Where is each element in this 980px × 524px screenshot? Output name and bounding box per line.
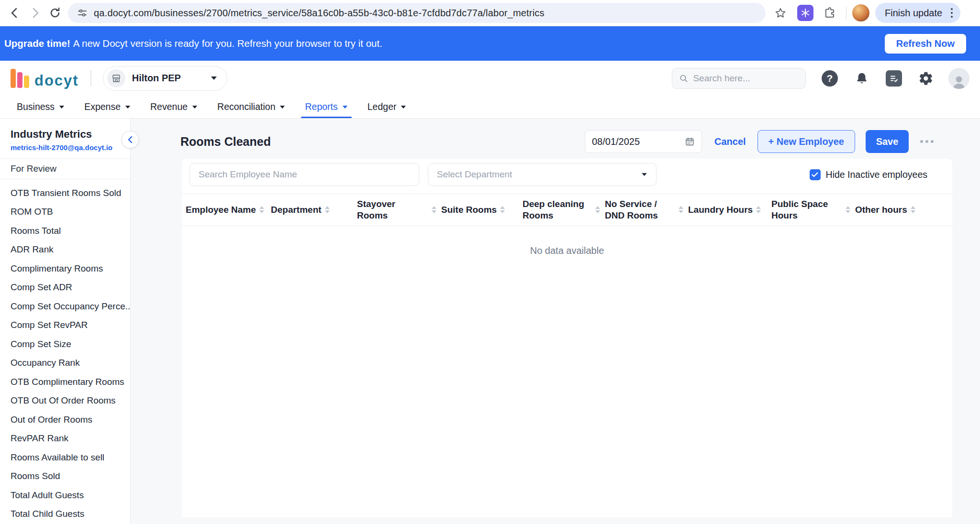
column-header-deep-cleaning-rooms[interactable]: Deep cleaning Rooms (523, 198, 605, 221)
nav-item-reports[interactable]: Reports (304, 96, 348, 118)
date-picker[interactable] (585, 130, 702, 153)
help-button[interactable]: ? (820, 69, 839, 88)
chevron-down-icon (401, 105, 406, 109)
browser-profile-avatar[interactable] (852, 4, 869, 22)
logo-bar-pink (17, 72, 22, 88)
storefront-icon (107, 69, 125, 87)
sidebar-item-for-review[interactable]: For Review (0, 158, 130, 179)
department-select[interactable]: Select Department (428, 163, 657, 186)
cancel-button[interactable]: Cancel (714, 136, 746, 147)
column-header-suite-rooms[interactable]: Suite Rooms (441, 198, 523, 221)
global-search[interactable] (672, 68, 806, 89)
sidebar-item[interactable]: Out of Order Rooms (0, 410, 130, 429)
employee-search-input[interactable] (189, 163, 419, 186)
calendar-icon (685, 136, 695, 147)
browser-menu-icon[interactable] (949, 6, 955, 20)
logo-bar-orange (11, 69, 16, 88)
global-search-input[interactable] (693, 73, 799, 84)
sidebar-item[interactable]: Rooms Total (0, 221, 130, 240)
column-header-department[interactable]: Department (271, 198, 357, 221)
hide-inactive-toggle[interactable]: Hide Inactive employees (810, 169, 927, 180)
sidebar-item[interactable]: Total Child Guests (0, 505, 130, 524)
sidebar-metric-list: OTB Transient Rooms Sold ROM OTB Rooms T… (0, 179, 130, 524)
column-header-no-service-dnd-rooms[interactable]: No Service / DND Rooms (605, 198, 688, 221)
column-header-laundry-hours[interactable]: Laundry Hours (688, 198, 771, 221)
reload-icon[interactable] (45, 3, 65, 23)
nav-item-business[interactable]: Business (16, 96, 66, 118)
sidebar-item[interactable]: OTB Transient Rooms Sold (0, 184, 130, 203)
docyt-logo[interactable]: docyt (11, 69, 79, 88)
nav-item-revenue[interactable]: Revenue (149, 96, 199, 118)
bell-icon (855, 71, 869, 86)
chevron-left-icon (127, 136, 133, 143)
business-selector[interactable]: Hilton PEP (103, 66, 227, 91)
sidebar-item[interactable]: Occupancy Rank (0, 354, 130, 373)
chevron-down-icon (279, 105, 285, 109)
address-bar[interactable]: qa.docyt.com/businesses/2700/metrics_ser… (68, 3, 766, 23)
finish-update-label: Finish update (885, 8, 942, 19)
sidebar-item[interactable]: Rooms Sold (0, 467, 130, 486)
chevron-down-icon (192, 105, 198, 109)
notifications-button[interactable] (852, 69, 871, 88)
question-icon: ? (822, 70, 838, 87)
sidebar-item[interactable]: Total Adult Guests (0, 486, 130, 505)
search-icon (679, 73, 688, 84)
refresh-now-button[interactable]: Refresh Now (885, 34, 966, 54)
sidebar-collapse-button[interactable] (122, 131, 139, 148)
more-options-icon[interactable] (919, 136, 935, 147)
sidebar-item[interactable]: Comp Set ADR (0, 278, 130, 297)
sort-icon (325, 206, 330, 213)
sidebar-item[interactable]: Comp Set Occupancy Perce... (0, 297, 130, 316)
sort-icon (679, 206, 683, 213)
settings-button[interactable] (916, 69, 935, 88)
hide-inactive-label: Hide Inactive employees (826, 169, 927, 180)
logo-wordmark: docyt (34, 73, 79, 88)
column-header-other-hours[interactable]: Other hours (855, 198, 952, 221)
chevron-down-icon (641, 173, 647, 176)
sidebar-item[interactable]: ROM OTB (0, 203, 130, 222)
nav-item-reconciliation[interactable]: Reconciliation (216, 96, 286, 118)
sidebar-email-link[interactable]: metrics-hilt-2700@qa.docyt.io (11, 143, 120, 152)
app-header: docyt Hilton PEP ? (0, 61, 980, 96)
tasks-button[interactable] (884, 69, 903, 88)
hide-inactive-checkbox[interactable] (810, 169, 821, 180)
upgrade-banner: Upgrade time!A new Docyt version is read… (0, 26, 980, 61)
sidebar-item[interactable]: Comp Set RevPAR (0, 316, 130, 335)
sidebar-item[interactable]: RevPAR Rank (0, 429, 130, 448)
user-avatar[interactable] (948, 68, 969, 89)
sort-icon (911, 206, 915, 213)
sidebar-item[interactable]: OTB Out Of Order Rooms (0, 392, 130, 411)
nav-item-expense[interactable]: Expense (83, 96, 132, 118)
finish-update-button[interactable]: Finish update (875, 3, 960, 23)
browser-window: qa.docyt.com/businesses/2700/metrics_ser… (0, 0, 980, 524)
page-title: Rooms Cleaned (180, 135, 271, 149)
url-text: qa.docyt.com/businesses/2700/metrics_ser… (94, 8, 545, 19)
browser-toolbar: qa.docyt.com/businesses/2700/metrics_ser… (0, 0, 980, 26)
task-list-icon (886, 70, 902, 87)
column-header-public-space-hours[interactable]: Public Space Hours (771, 198, 855, 221)
site-settings-icon[interactable] (77, 7, 88, 19)
sidebar-item[interactable]: ADR Rank (0, 240, 130, 260)
sidebar-item[interactable]: Rooms Available to sell (0, 448, 130, 467)
extensions-puzzle-icon[interactable] (820, 3, 840, 23)
new-employee-button[interactable]: + New Employee (757, 130, 855, 153)
back-icon[interactable] (5, 3, 25, 23)
empty-state-text: No data available (182, 226, 952, 275)
gear-icon (918, 71, 934, 86)
sidebar-title: Industry Metrics (11, 128, 120, 141)
extension-snowflake-icon[interactable] (797, 5, 813, 21)
save-button[interactable]: Save (866, 130, 909, 153)
header-divider (90, 70, 91, 87)
nav-item-ledger[interactable]: Ledger (367, 96, 408, 118)
date-input[interactable] (592, 136, 681, 147)
sidebar-item[interactable]: Complimentary Rooms (0, 259, 130, 278)
column-header-employee-name[interactable]: Employee Name (186, 198, 271, 221)
sidebar-item[interactable]: OTB Complimentary Rooms (0, 372, 130, 392)
chevron-down-icon (59, 105, 65, 109)
bookmark-star-icon[interactable] (770, 3, 791, 23)
sort-icon (846, 206, 850, 213)
column-header-stayover-rooms[interactable]: Stayover Rooms (357, 198, 441, 221)
forward-icon[interactable] (25, 3, 45, 23)
employees-table-card: Select Department Hide Inactive employee… (182, 159, 952, 517)
sidebar-item[interactable]: Comp Set Size (0, 335, 130, 354)
